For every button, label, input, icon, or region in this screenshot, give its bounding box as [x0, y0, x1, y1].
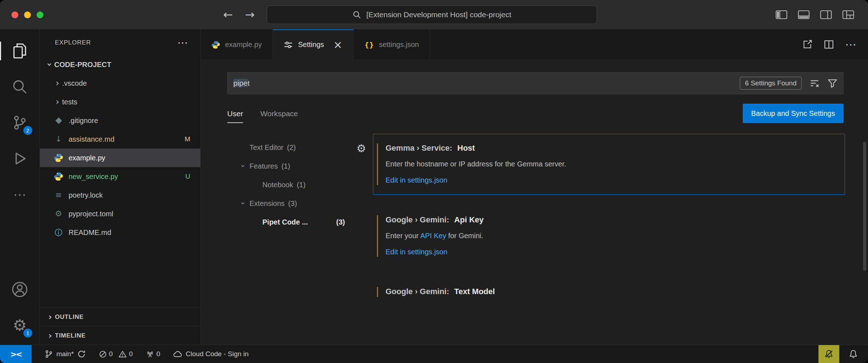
git-file-icon	[53, 118, 64, 123]
sidebar-header: EXPLORER ⋯	[40, 29, 200, 52]
command-center-search[interactable]: [Extension Development Host] code-projec…	[267, 5, 597, 24]
activity-source-control[interactable]: 2	[0, 105, 39, 141]
maximize-window-button[interactable]	[37, 11, 43, 18]
filter-funnel-icon[interactable]	[827, 78, 837, 88]
forward-arrow-icon[interactable]: →	[245, 9, 255, 20]
setting-actions-gear-icon[interactable]: ⚙	[356, 143, 366, 154]
sidebar-title: EXPLORER	[55, 39, 91, 46]
toc-text-editor[interactable]: Text Editor (2)	[201, 138, 356, 157]
tree-item-new-service-py[interactable]: new_service.py U	[40, 167, 200, 186]
bell-slash-icon	[824, 349, 834, 359]
setting-gemini-api-key[interactable]: Google › Gemini: Api Key Enter your API …	[373, 206, 845, 267]
customize-layout-icon[interactable]	[842, 10, 854, 19]
chevron-down-icon: ›	[239, 197, 247, 210]
tab-settings-json[interactable]: {} settings.json	[354, 29, 430, 59]
toc-notebook[interactable]: Notebook (1)	[201, 175, 356, 194]
tree-item-poetry-lock[interactable]: ≡ poetry.lock	[40, 186, 200, 204]
git-untracked-badge: U	[185, 173, 190, 180]
warnings-icon	[118, 350, 127, 358]
status-bar: >< main* 0	[0, 345, 868, 363]
activity-settings-gear[interactable]: ⚙ 1	[0, 307, 39, 343]
search-icon	[12, 79, 28, 95]
scm-changes-badge: 2	[23, 126, 32, 135]
edit-in-settings-json-link[interactable]: Edit in settings.json	[386, 248, 447, 256]
scrollbar[interactable]	[863, 142, 866, 271]
toggle-secondary-sidebar-icon[interactable]	[820, 10, 832, 19]
activity-explorer[interactable]	[0, 33, 39, 69]
do-not-disturb-item[interactable]	[818, 345, 839, 363]
port-count: 0	[157, 350, 160, 358]
cloud-code-item[interactable]: Cloud Code - Sign in	[173, 349, 248, 359]
tree-item-gitignore[interactable]: .gitignore	[40, 111, 200, 130]
ports-item[interactable]: 0	[146, 350, 160, 358]
problems-item[interactable]: 0 0	[99, 350, 133, 358]
close-window-button[interactable]	[11, 11, 18, 18]
folder-name: .vscode	[62, 79, 87, 88]
setting-description: Enter your API Key for Gemini.	[386, 232, 834, 240]
setting-label: Text Model	[454, 287, 495, 296]
settings-search-input[interactable]: pipet 6 Settings Found	[227, 72, 844, 94]
tree-root-code-project[interactable]: › CODE-PROJECT	[40, 55, 200, 74]
toc-features[interactable]: › Features (1)	[201, 157, 356, 175]
activity-bar: 2 ⋯	[0, 29, 40, 345]
git-branch-item[interactable]: main*	[45, 350, 86, 358]
activity-run-debug[interactable]	[0, 141, 39, 176]
errors-icon	[99, 350, 107, 358]
activity-accounts[interactable]	[0, 272, 39, 307]
setting-gemma-service-host[interactable]: Gemma › Service: Host Enter the hostname…	[373, 134, 845, 195]
sync-changes-icon[interactable]	[77, 350, 86, 358]
toc-pipet-code[interactable]: Pipet Code ... (3)	[201, 213, 356, 231]
edit-in-settings-json-link[interactable]: Edit in settings.json	[386, 176, 447, 184]
settings-editor: pipet 6 Settings Found	[201, 59, 868, 345]
traffic-lights	[0, 11, 54, 18]
minimize-window-button[interactable]	[24, 11, 31, 18]
tab-example-py[interactable]: example.py	[201, 29, 273, 59]
scope-tab-workspace[interactable]: Workspace	[260, 109, 298, 123]
account-icon	[11, 281, 28, 298]
toc-label: Text Editor	[249, 143, 283, 152]
modified-indicator	[377, 143, 378, 185]
scope-tab-user[interactable]: User	[227, 109, 243, 123]
timeline-section[interactable]: › TIMELINE	[40, 326, 200, 345]
tab-bar: example.py Settings × {} settings.json	[201, 29, 868, 59]
tree-item-pyproject-toml[interactable]: ⚙ pyproject.toml	[40, 204, 200, 223]
open-settings-json-icon[interactable]	[802, 39, 813, 50]
modified-indicator	[377, 215, 378, 257]
back-arrow-icon[interactable]: ←	[223, 9, 233, 20]
remote-indicator[interactable]: ><	[0, 345, 32, 363]
outline-label: OUTLINE	[55, 314, 84, 321]
ellipsis-icon: ⋯	[13, 187, 26, 202]
toc-extensions[interactable]: › Extensions (3)	[201, 194, 356, 213]
tree-item-vscode[interactable]: › .vscode	[40, 74, 200, 93]
notifications-item[interactable]	[849, 349, 858, 359]
toggle-panel-icon[interactable]	[798, 10, 810, 19]
setting-category: Google › Gemini:	[386, 287, 449, 296]
tab-settings[interactable]: Settings ×	[273, 29, 353, 59]
tree-item-example-py[interactable]: example.py	[40, 148, 200, 167]
tree-item-assistance-md[interactable]: ↓ assistance.md M	[40, 130, 200, 148]
markdown-file-icon: ↓	[53, 135, 64, 143]
clear-search-filters-icon[interactable]	[809, 78, 820, 88]
setting-description: Enter the hostname or IP address for the…	[386, 160, 834, 168]
folder-name: tests	[62, 98, 77, 106]
tree-item-tests[interactable]: › tests	[40, 93, 200, 111]
more-actions-icon[interactable]: ⋯	[845, 39, 857, 50]
setting-gemini-text-model[interactable]: Google › Gemini: Text Model	[373, 277, 845, 307]
toggle-primary-sidebar-icon[interactable]	[775, 10, 788, 19]
close-tab-icon[interactable]: ×	[333, 39, 342, 50]
activity-search[interactable]	[0, 69, 39, 105]
settings-gear-badge: 1	[23, 329, 32, 338]
editor-group: example.py Settings × {} settings.json	[201, 29, 868, 345]
activity-more-views[interactable]: ⋯	[0, 176, 39, 212]
chevron-down-icon: ›	[239, 160, 247, 173]
titlebar-center: ← → [Extension Development Host] code-pr…	[54, 5, 766, 24]
api-key-link[interactable]: API Key	[420, 232, 446, 240]
explorer-more-actions-icon[interactable]: ⋯	[177, 37, 188, 48]
settings-list: ⚙ Gemma › Service: Host Enter the hostna…	[373, 134, 845, 345]
toc-count: (1)	[297, 181, 305, 189]
tree-item-readme-md[interactable]: README.md	[40, 223, 200, 242]
split-editor-icon[interactable]	[823, 39, 834, 50]
backup-sync-settings-button[interactable]: Backup and Sync Settings	[743, 104, 844, 123]
error-count: 0	[109, 350, 113, 358]
outline-section[interactable]: › OUTLINE	[40, 307, 200, 326]
